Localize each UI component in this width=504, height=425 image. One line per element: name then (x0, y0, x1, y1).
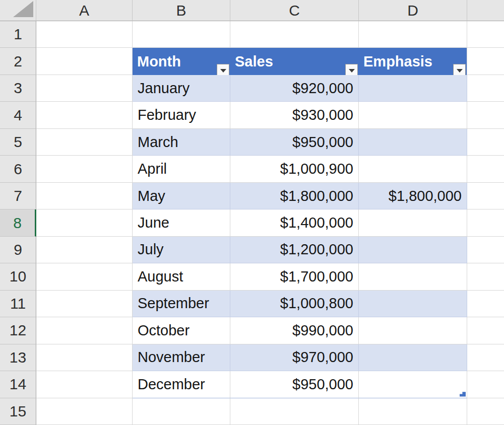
emphasis-cell[interactable]: $1,800,000 (359, 183, 467, 209)
cell-overflow-8[interactable] (467, 209, 504, 236)
cell-overflow-10[interactable] (467, 263, 504, 290)
table-resize-handle[interactable] (460, 391, 466, 397)
month-cell[interactable]: August (133, 263, 230, 290)
emphasis-cell[interactable] (359, 344, 467, 371)
row-header-5[interactable]: 5 (0, 129, 36, 156)
cell-D15[interactable] (359, 398, 467, 425)
month-cell[interactable]: March (133, 129, 230, 156)
row-header-3[interactable]: 3 (0, 75, 36, 102)
sales-cell[interactable]: $1,000,900 (230, 156, 359, 182)
row-header-14[interactable]: 14 (0, 371, 36, 398)
row-header-9[interactable]: 9 (0, 237, 36, 263)
cell-overflow-11[interactable] (467, 291, 504, 317)
emphasis-cell[interactable] (359, 156, 467, 182)
sales-cell[interactable]: $930,000 (230, 102, 359, 128)
row-header-11[interactable]: 11 (0, 291, 36, 317)
sales-cell[interactable]: $1,800,000 (230, 183, 359, 209)
month-cell[interactable]: April (133, 156, 230, 182)
filter-button-month[interactable] (217, 64, 229, 75)
column-header-B[interactable]: B (133, 0, 230, 21)
cell-A9[interactable] (36, 237, 133, 263)
filter-button-emphasis[interactable] (453, 64, 466, 75)
sales-cell[interactable]: $1,200,000 (230, 237, 359, 263)
month-cell[interactable]: February (133, 102, 230, 128)
emphasis-cell[interactable] (359, 237, 467, 263)
row-header-6[interactable]: 6 (0, 156, 36, 182)
cell-overflow-14[interactable] (467, 371, 504, 398)
emphasis-cell[interactable] (359, 75, 467, 102)
cell-C1[interactable] (230, 21, 359, 48)
cell-A14[interactable] (36, 371, 133, 398)
sales-cell[interactable]: $990,000 (230, 317, 359, 344)
cell-A13[interactable] (36, 344, 133, 371)
filter-button-sales[interactable] (345, 64, 358, 75)
month-cell[interactable]: October (133, 317, 230, 344)
cell-A5[interactable] (36, 129, 133, 156)
cell-overflow-15[interactable] (467, 398, 504, 425)
row-header-12[interactable]: 12 (0, 317, 36, 344)
cell-C15[interactable] (230, 398, 359, 425)
cell-B15[interactable] (133, 398, 230, 425)
sales-cell[interactable]: $1,400,000 (230, 209, 359, 236)
cell-overflow-6[interactable] (467, 156, 504, 182)
month-cell[interactable]: January (133, 75, 230, 102)
table-header-emphasis[interactable]: Emphasis (359, 48, 467, 75)
month-cell[interactable]: September (133, 291, 230, 317)
emphasis-cell[interactable] (359, 263, 467, 290)
cell-overflow-3[interactable] (467, 75, 504, 102)
cell-B1[interactable] (133, 21, 230, 48)
month-cell[interactable]: May (133, 183, 230, 209)
sales-cell[interactable]: $950,000 (230, 371, 359, 398)
row-header-13[interactable]: 13 (0, 344, 36, 371)
cell-A8[interactable] (36, 209, 133, 236)
month-cell[interactable]: June (133, 209, 230, 236)
emphasis-cell[interactable] (359, 129, 467, 156)
column-header-overflow[interactable] (467, 0, 504, 21)
emphasis-cell[interactable] (359, 209, 467, 236)
cell-A1[interactable] (36, 21, 133, 48)
cell-A15[interactable] (36, 398, 133, 425)
row-header-2[interactable]: 2 (0, 48, 36, 75)
cell-A12[interactable] (36, 317, 133, 344)
cell-D1[interactable] (359, 21, 467, 48)
emphasis-cell[interactable] (359, 317, 467, 344)
cell-A6[interactable] (36, 156, 133, 182)
emphasis-cell[interactable] (359, 102, 467, 128)
cell-overflow-1[interactable] (467, 21, 504, 48)
row-header-4[interactable]: 4 (0, 102, 36, 128)
cell-A11[interactable] (36, 291, 133, 317)
cell-A4[interactable] (36, 102, 133, 128)
cell-A3[interactable] (36, 75, 133, 102)
emphasis-cell[interactable] (359, 291, 467, 317)
column-header-C[interactable]: C (230, 0, 359, 21)
sales-cell[interactable]: $970,000 (230, 344, 359, 371)
cell-overflow-5[interactable] (467, 129, 504, 156)
month-cell[interactable]: December (133, 371, 230, 398)
table-header-month[interactable]: Month (133, 48, 230, 75)
sales-cell[interactable]: $1,700,000 (230, 263, 359, 290)
column-header-D[interactable]: D (359, 0, 467, 21)
row-header-10[interactable]: 10 (0, 263, 36, 290)
cell-overflow-13[interactable] (467, 344, 504, 371)
cell-overflow-2[interactable] (467, 48, 504, 75)
cell-A7[interactable] (36, 183, 133, 209)
select-all-corner[interactable] (0, 0, 36, 21)
table-header-sales[interactable]: Sales (230, 48, 359, 75)
row-header-8[interactable]: 8 (0, 209, 36, 236)
row-header-7[interactable]: 7 (0, 183, 36, 209)
column-header-A[interactable]: A (36, 0, 133, 21)
sales-cell[interactable]: $920,000 (230, 75, 359, 102)
emphasis-cell[interactable] (359, 371, 467, 398)
cell-overflow-12[interactable] (467, 317, 504, 344)
cell-A10[interactable] (36, 263, 133, 290)
sales-cell[interactable]: $950,000 (230, 129, 359, 156)
cell-A2[interactable] (36, 48, 133, 75)
sales-cell[interactable]: $1,000,800 (230, 291, 359, 317)
cell-overflow-4[interactable] (467, 102, 504, 128)
month-cell[interactable]: July (133, 237, 230, 263)
month-cell[interactable]: November (133, 344, 230, 371)
cell-overflow-7[interactable] (467, 183, 504, 209)
cell-overflow-9[interactable] (467, 237, 504, 263)
row-header-15[interactable]: 15 (0, 398, 36, 425)
row-header-1[interactable]: 1 (0, 21, 36, 48)
